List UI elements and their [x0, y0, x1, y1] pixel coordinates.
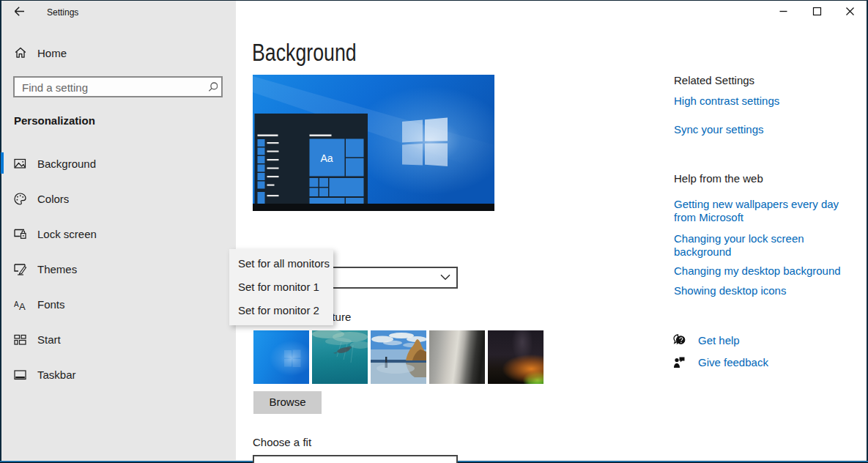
- svg-text:Aa: Aa: [320, 152, 333, 164]
- svg-text:A: A: [14, 300, 19, 308]
- svg-text:A: A: [19, 301, 26, 311]
